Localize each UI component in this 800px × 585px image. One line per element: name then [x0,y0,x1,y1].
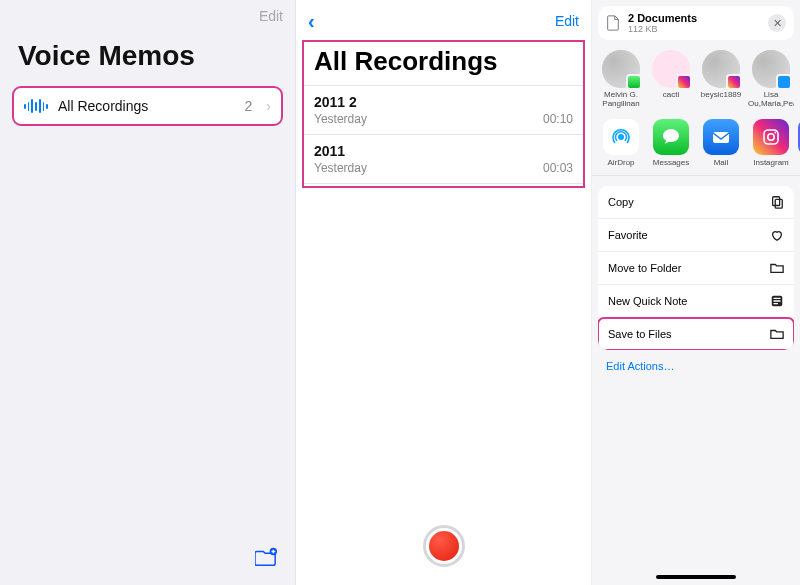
voice-memos-sidebar: Edit Voice Memos All Recordings 2 › [0,0,296,585]
airdrop-icon [603,119,639,155]
contact-name: beysic1889 [698,91,744,109]
svg-rect-2 [713,132,729,143]
action-quick-note[interactable]: New Quick Note [598,285,794,318]
app-label: Mail [698,158,744,167]
back-button[interactable]: ‹ [308,10,315,33]
folder-icon [770,261,784,275]
contact-name: cacti [648,91,694,109]
action-label: Move to Folder [608,262,681,274]
recording-name: 2011 2 [314,94,573,110]
recording-row[interactable]: 2011 2 Yesterday 00:10 [304,86,583,135]
contact-name: Lisa Ou,Maria,Pea… [748,91,794,109]
recording-date: Yesterday [314,112,367,126]
svg-point-5 [774,132,776,134]
action-label: Copy [608,196,634,208]
copy-icon [770,195,784,209]
share-doc-title: 2 Documents [628,12,697,24]
recording-duration: 00:03 [543,161,573,175]
svg-rect-6 [773,197,780,206]
share-app-airdrop[interactable]: AirDrop [598,119,644,167]
action-copy[interactable]: Copy [598,186,794,219]
svg-point-4 [768,134,774,140]
files-icon [770,327,784,341]
waveform-icon [24,98,48,114]
app-label: Instagram [748,158,794,167]
share-header: 2 Documents 112 KB ✕ [598,6,794,40]
folder-label: All Recordings [58,98,235,114]
share-contact[interactable]: cacti [648,50,694,109]
document-icon [606,15,620,31]
action-label: Save to Files [608,328,672,340]
share-contact[interactable]: Lisa Ou,Maria,Pea… [748,50,794,109]
share-contact[interactable]: beysic1889 [698,50,744,109]
share-doc-size: 112 KB [628,24,697,34]
mail-icon [703,119,739,155]
action-move-to-folder[interactable]: Move to Folder [598,252,794,285]
app-label: AirDrop [598,158,644,167]
edit-button[interactable]: Edit [555,13,579,29]
new-folder-button[interactable] [255,547,277,571]
recording-row[interactable]: 2011 Yesterday 00:03 [304,135,583,184]
action-label: Favorite [608,229,648,241]
share-actions: Copy Favorite Move to Folder New Quick N… [598,186,794,350]
edit-button[interactable]: Edit [259,8,283,24]
share-contact[interactable]: Melvin G. Pangilinan [598,50,644,109]
share-app-instagram[interactable]: Instagram [748,119,794,167]
instagram-icon [753,119,789,155]
folder-plus-icon [255,547,277,567]
messages-icon [653,119,689,155]
share-people-row: Melvin G. Pangilinan cacti beysic1889 Li… [592,40,800,115]
share-app-mail[interactable]: Mail [698,119,744,167]
action-save-to-files[interactable]: Save to Files [598,318,794,350]
recordings-list-highlight: All Recordings 2011 2 Yesterday 00:10 20… [302,40,585,188]
home-indicator [656,575,736,579]
folder-count: 2 [245,98,253,114]
recording-name: 2011 [314,143,573,159]
recordings-panel: ‹ Edit All Recordings 2011 2 Yesterday 0… [296,0,592,585]
share-app-messages[interactable]: Messages [648,119,694,167]
share-sheet: 2 Documents 112 KB ✕ Melvin G. Pangilina… [592,0,800,585]
contact-name: Melvin G. Pangilinan [598,91,644,109]
panel-title: All Recordings [304,42,583,86]
heart-icon [770,228,784,242]
svg-point-1 [618,134,624,140]
record-button[interactable] [423,525,465,567]
app-label: Messages [648,158,694,167]
edit-actions-link[interactable]: Edit Actions… [592,350,800,382]
recording-duration: 00:10 [543,112,573,126]
share-apps-row: AirDrop Messages Mail Instagram Di [592,115,800,176]
action-favorite[interactable]: Favorite [598,219,794,252]
chevron-right-icon: › [262,98,271,114]
close-button[interactable]: ✕ [768,14,786,32]
sidebar-title: Voice Memos [0,0,295,86]
folder-all-recordings[interactable]: All Recordings 2 › [12,86,283,126]
svg-rect-7 [775,199,782,208]
note-icon [770,294,784,308]
action-label: New Quick Note [608,295,687,307]
recording-date: Yesterday [314,161,367,175]
